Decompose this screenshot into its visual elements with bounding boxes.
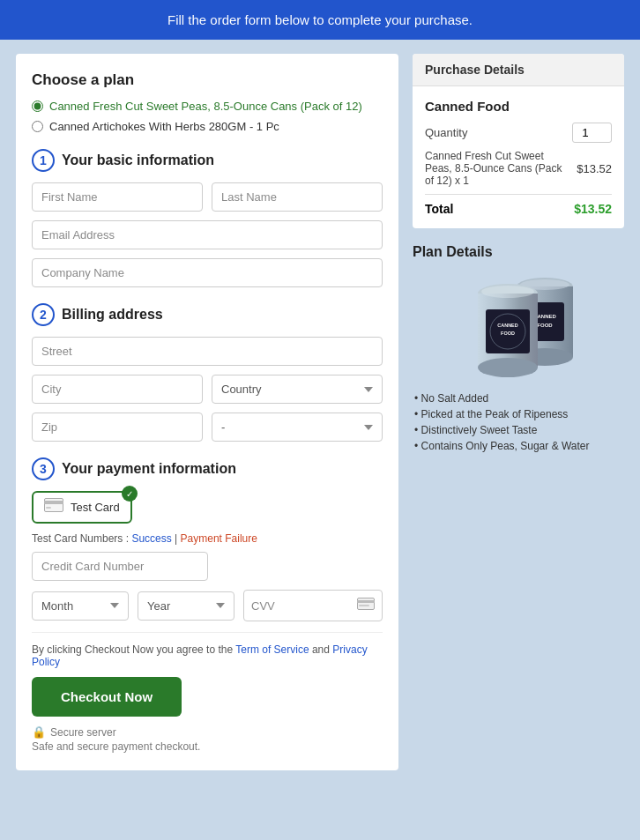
secure-label: Secure server — [50, 726, 116, 739]
email-row — [32, 220, 383, 249]
pd-total-row: Total $13.52 — [425, 202, 612, 216]
pd-quantity-input[interactable] — [572, 123, 612, 143]
billing-step: 2 — [32, 303, 55, 326]
cvv-input[interactable] — [251, 599, 357, 613]
terms-row: By clicking Checkout Now you agree to th… — [32, 643, 383, 668]
city-input[interactable] — [32, 375, 203, 404]
tos-link[interactable]: Term of Service — [235, 643, 309, 656]
secure-sub: Safe and secure payment checkout. — [32, 740, 383, 753]
plan-option-1[interactable]: Canned Fresh Cut Sweet Peas, 8.5-Ounce C… — [32, 100, 383, 113]
plan-option-2[interactable]: Canned Artichokes With Herbs 280GM - 1 P… — [32, 120, 383, 133]
purchase-details-box: Purchase Details Canned Food Quantity Ca… — [413, 54, 624, 228]
zip-input[interactable] — [32, 413, 203, 442]
bullet-2: Picked at the Peak of Ripeness — [413, 408, 624, 420]
street-row — [32, 337, 383, 366]
divider — [32, 632, 383, 633]
country-select[interactable]: Country — [212, 375, 383, 404]
state-select[interactable]: - — [212, 413, 383, 442]
cc-number-row — [32, 552, 383, 581]
right-panel: Purchase Details Canned Food Quantity Ca… — [413, 54, 624, 456]
basic-info-step: 1 — [32, 149, 55, 172]
pd-item-desc: Canned Fresh Cut Sweet Peas, 8.5-Ounce C… — [425, 150, 577, 187]
card-check-badge: ✓ — [122, 486, 138, 502]
banner-text: Fill the order form below to complete yo… — [167, 12, 473, 27]
pd-quantity-row: Quantity — [425, 123, 612, 143]
expiry-cvv-row: Month Year — [32, 590, 383, 621]
top-banner: Fill the order form below to complete yo… — [0, 0, 640, 40]
purchase-details-header: Purchase Details — [413, 54, 624, 86]
terms-middle: and — [312, 643, 332, 656]
secure-row: 🔒 Secure server — [32, 725, 383, 739]
bullet-3: Distinctively Sweet Taste — [413, 424, 624, 436]
success-link[interactable]: Success — [131, 532, 171, 545]
basic-info-title: Your basic information — [62, 152, 214, 168]
billing-title: Billing address — [62, 307, 163, 323]
terms-prefix: By clicking Checkout Now you agree to th… — [32, 643, 235, 656]
plan-details-section: Plan Details CANNED FOOD — [413, 244, 624, 452]
choose-plan-section: Choose a plan Canned Fresh Cut Sweet Pea… — [32, 71, 383, 133]
checkout-button[interactable]: Checkout Now — [32, 677, 182, 717]
company-row — [32, 258, 383, 287]
svg-rect-2 — [46, 507, 51, 509]
pd-divider — [425, 194, 612, 195]
failure-link[interactable]: Payment Failure — [181, 532, 257, 545]
card-option[interactable]: Test Card ✓ — [32, 491, 132, 524]
page-wrapper: Fill the order form below to complete yo… — [0, 0, 640, 840]
first-name-input[interactable] — [32, 182, 203, 212]
canned-food-svg: CANNED FOOD CANNED FOOD — [430, 269, 607, 383]
left-panel: Choose a plan Canned Fresh Cut Sweet Pea… — [16, 54, 398, 770]
payment-step: 3 — [32, 457, 55, 480]
svg-rect-4 — [357, 600, 375, 603]
last-name-input[interactable] — [212, 182, 383, 212]
plan-bullets: No Salt Added Picked at the Peak of Ripe… — [413, 392, 624, 452]
main-content: Choose a plan Canned Fresh Cut Sweet Pea… — [0, 40, 640, 784]
svg-point-20 — [481, 286, 534, 298]
email-input[interactable] — [32, 220, 383, 249]
basic-info-header: 1 Your basic information — [32, 149, 383, 172]
plan-option-1-label: Canned Fresh Cut Sweet Peas, 8.5-Ounce C… — [49, 100, 362, 113]
svg-rect-5 — [359, 605, 369, 606]
svg-point-15 — [478, 358, 538, 377]
pd-quantity-label: Quantity — [425, 126, 467, 139]
plan-option-2-label: Canned Artichokes With Herbs 280GM - 1 P… — [49, 120, 279, 133]
street-input[interactable] — [32, 337, 383, 366]
month-select[interactable]: Month — [32, 591, 129, 621]
bullet-1: No Salt Added — [413, 392, 624, 405]
svg-rect-0 — [45, 499, 63, 512]
cc-number-input[interactable] — [32, 552, 208, 581]
pd-category: Canned Food — [425, 99, 612, 114]
year-select[interactable]: Year — [138, 591, 234, 621]
test-card-prefix: Test Card Numbers : — [32, 532, 131, 545]
plan-radio-1[interactable] — [32, 100, 43, 112]
lock-icon: 🔒 — [32, 725, 46, 739]
plan-radio-2[interactable] — [32, 121, 43, 132]
pd-item-row: Canned Fresh Cut Sweet Peas, 8.5-Ounce C… — [425, 150, 612, 187]
company-input[interactable] — [32, 258, 383, 287]
bullet-4: Contains Only Peas, Sugar & Water — [413, 440, 624, 452]
canned-food-image: CANNED FOOD CANNED FOOD — [413, 269, 624, 383]
svg-rect-1 — [44, 501, 63, 504]
name-row — [32, 182, 383, 212]
pd-total-label: Total — [425, 202, 453, 216]
card-icon — [44, 498, 63, 517]
divider-symbol: | — [175, 532, 177, 545]
pd-total-price: $13.52 — [574, 202, 612, 216]
svg-text:FOOD: FOOD — [537, 323, 553, 328]
svg-rect-3 — [358, 598, 375, 610]
payment-header: 3 Your payment information — [32, 457, 383, 480]
pd-item-price: $13.52 — [577, 162, 612, 175]
purchase-details-body: Canned Food Quantity Canned Fresh Cut Sw… — [413, 86, 624, 228]
svg-text:CANNED: CANNED — [497, 323, 518, 328]
zip-state-row: - — [32, 413, 383, 442]
payment-title: Your payment information — [62, 461, 236, 477]
choose-plan-title: Choose a plan — [32, 71, 383, 89]
svg-text:FOOD: FOOD — [501, 331, 515, 336]
card-label: Test Card — [71, 501, 120, 514]
city-country-row: Country — [32, 375, 383, 404]
plan-details-title: Plan Details — [413, 244, 624, 260]
billing-header: 2 Billing address — [32, 303, 383, 326]
cvv-card-icon — [357, 598, 375, 613]
test-card-row: Test Card Numbers : Success | Payment Fa… — [32, 532, 383, 545]
